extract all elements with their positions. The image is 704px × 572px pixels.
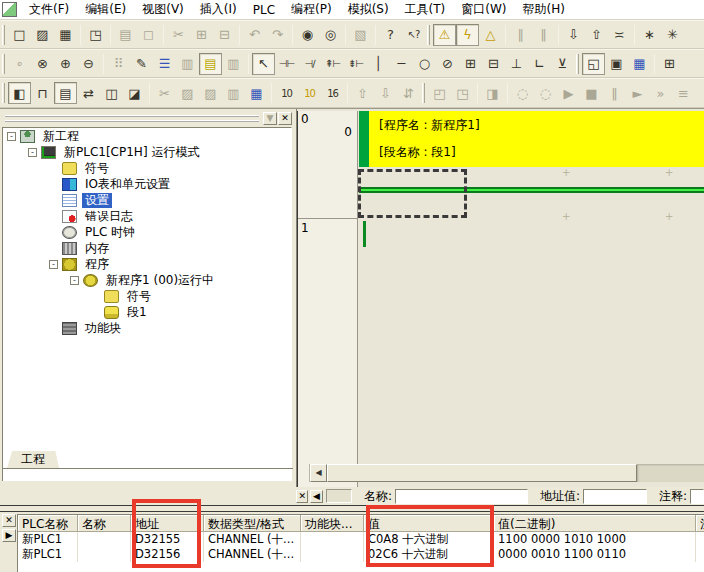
menu-item-1[interactable]: 编辑(E) xyxy=(77,0,134,20)
zoom-to-selection-button[interactable]: ⊗ xyxy=(31,53,54,75)
new-contact-down-button[interactable]: ⇟⊢ xyxy=(344,53,367,75)
hscroll-track[interactable] xyxy=(637,464,704,482)
pause-button[interactable]: ‖ xyxy=(532,24,555,46)
tree-item-1[interactable]: -新PLC1[CP1H] 运行模式 xyxy=(3,144,291,160)
monitor-button[interactable]: ϟ xyxy=(456,24,479,46)
time-chart-button[interactable]: ▦ xyxy=(628,53,651,75)
toolbar-gripper[interactable] xyxy=(2,83,5,103)
watch-col-header-3[interactable]: 数据类型/格式 xyxy=(204,515,301,532)
new-vertical-button[interactable]: │ xyxy=(367,53,390,75)
io-comment-button[interactable]: ▦ xyxy=(245,82,268,104)
menu-item-9[interactable]: 帮助(H) xyxy=(515,0,573,20)
build-button[interactable]: ⊓ xyxy=(31,82,54,104)
invert-button[interactable]: ⊥ xyxy=(505,53,528,75)
watch-cell[interactable]: CHANNEL (十... xyxy=(204,532,301,547)
new-contact-button[interactable]: ⊣⊢ xyxy=(275,53,298,75)
sim-pause-button[interactable]: ‖ xyxy=(603,82,626,104)
watch-row-1[interactable]: 新PLC1D32156CHANNEL (十...02C6 十六进制0000 00… xyxy=(18,547,704,562)
grab-button[interactable]: ▨ xyxy=(199,82,222,104)
menu-item-5[interactable]: 编程(P) xyxy=(283,0,340,20)
hscroll-left-button[interactable]: ◀ xyxy=(310,464,327,482)
watch-cell[interactable] xyxy=(696,547,704,562)
redo-button[interactable]: ↷ xyxy=(266,24,289,46)
tree-item-11[interactable]: 段1 xyxy=(3,304,291,320)
tree-item-8[interactable]: -程序 xyxy=(3,256,291,272)
watch-window-button[interactable]: ▤ xyxy=(54,82,77,104)
infobar-close-button[interactable]: ✕ xyxy=(296,490,308,503)
grid-toggle-button[interactable]: ⠿ xyxy=(107,53,130,75)
new-closed-contact-button[interactable]: ⊣∕ xyxy=(298,53,321,75)
tree-expander[interactable]: - xyxy=(28,148,37,157)
go-down-button[interactable]: ⇩ xyxy=(374,82,397,104)
save-button[interactable]: ▦ xyxy=(54,24,77,46)
print-preview-button[interactable]: ◻ xyxy=(137,24,160,46)
tree-expander[interactable]: - xyxy=(7,132,16,141)
rung0-margin-cell[interactable]: 0 0 xyxy=(298,111,358,219)
sections-view-button[interactable]: ▥ xyxy=(222,53,245,75)
menu-item-2[interactable]: 视图(V) xyxy=(134,0,192,20)
watch-cell[interactable]: CHANNEL (十... xyxy=(204,547,301,562)
zoom-tool-button[interactable]: ∘ xyxy=(8,53,31,75)
cross-reference-window-button[interactable]: ⇄ xyxy=(77,82,100,104)
watch-col-header-7[interactable]: 注... xyxy=(696,515,704,532)
watch-col-header-0[interactable]: PLC名称 xyxy=(18,515,78,532)
select-mode-button[interactable]: ↖ xyxy=(252,53,275,75)
open-button[interactable]: ▨ xyxy=(31,24,54,46)
pause-monitor-button[interactable]: △ xyxy=(479,24,502,46)
properties-button[interactable]: ◪ xyxy=(123,82,146,104)
transfer-to-plc-button[interactable]: ⇩ xyxy=(562,24,585,46)
toolbar-gripper[interactable] xyxy=(576,54,579,74)
sim-run-button[interactable]: ▶ xyxy=(557,82,580,104)
menu-item-8[interactable]: 窗口(W) xyxy=(453,0,514,20)
hscroll-thumb[interactable] xyxy=(327,464,637,482)
replace-button[interactable]: ◎ xyxy=(319,24,342,46)
menu-item-7[interactable]: 工具(T) xyxy=(397,0,454,20)
copy-button[interactable]: ⊞ xyxy=(190,24,213,46)
panel-grip[interactable] xyxy=(5,115,259,122)
output-window-button[interactable]: ◫ xyxy=(100,82,123,104)
new-closed-coil-button[interactable]: ⊘ xyxy=(436,53,459,75)
tree-item-5[interactable]: 错误日志 xyxy=(3,208,291,224)
toolbar-gripper[interactable] xyxy=(2,25,5,45)
sim-scan-button[interactable]: ≡ xyxy=(672,82,695,104)
monitor-signed-button[interactable]: 10 xyxy=(298,82,321,104)
watch-cell[interactable]: 1100 0000 1010 1000 xyxy=(494,532,696,547)
rung-comment-button[interactable]: ✎ xyxy=(130,53,153,75)
new-instruction2-button[interactable]: ⊟ xyxy=(482,53,505,75)
compile-button[interactable]: ◳ xyxy=(84,24,107,46)
diagram-view-button[interactable]: ▤ xyxy=(199,53,222,75)
menu-item-6[interactable]: 模拟(S) xyxy=(340,0,397,20)
help-button[interactable]: ? xyxy=(379,24,402,46)
tree-item-2[interactable]: 符号 xyxy=(3,160,291,176)
differential-monitor-button[interactable]: ∥ xyxy=(509,24,532,46)
watch-cell[interactable] xyxy=(78,547,131,562)
go-up-button[interactable]: ⇧ xyxy=(351,82,374,104)
panel-close-button[interactable]: ✕ xyxy=(278,112,292,125)
send-changes-button[interactable]: ◳ xyxy=(451,82,474,104)
monitor-hex-button[interactable]: 16 xyxy=(321,82,344,104)
horizontal-splitter[interactable] xyxy=(0,505,704,512)
release-edit-button[interactable]: ◨ xyxy=(481,82,504,104)
menu-item-3[interactable]: 插入(I) xyxy=(192,0,245,20)
comment-input[interactable] xyxy=(690,489,704,504)
watch-cell[interactable] xyxy=(301,547,364,562)
zoom-in-button[interactable]: ⊕ xyxy=(54,53,77,75)
watch-cell[interactable] xyxy=(301,532,364,547)
cut-button[interactable]: ✂ xyxy=(167,24,190,46)
watch-cell[interactable] xyxy=(696,532,704,547)
zoom-out-button[interactable]: ⊖ xyxy=(77,53,100,75)
tree-item-4[interactable]: 设置 xyxy=(3,192,291,208)
tree-item-9[interactable]: -新程序1 (00)运行中 xyxy=(3,272,291,288)
menu-item-4[interactable]: PLC xyxy=(245,1,283,19)
toolbar-gripper[interactable] xyxy=(427,25,430,45)
find-button[interactable]: ◉ xyxy=(296,24,319,46)
tree-expander[interactable]: - xyxy=(70,276,79,285)
sim-step-button[interactable]: ► xyxy=(626,82,649,104)
toolbar-gripper[interactable] xyxy=(2,54,5,74)
new-button[interactable]: □ xyxy=(8,24,31,46)
transfer-from-plc-button[interactable]: ⇧ xyxy=(585,24,608,46)
new-horizontal-button[interactable]: ─ xyxy=(390,53,413,75)
paste-button[interactable]: ⊟ xyxy=(213,24,236,46)
toolbar-gripper[interactable] xyxy=(422,83,425,103)
cross-reference-button[interactable]: ▧ xyxy=(349,24,372,46)
